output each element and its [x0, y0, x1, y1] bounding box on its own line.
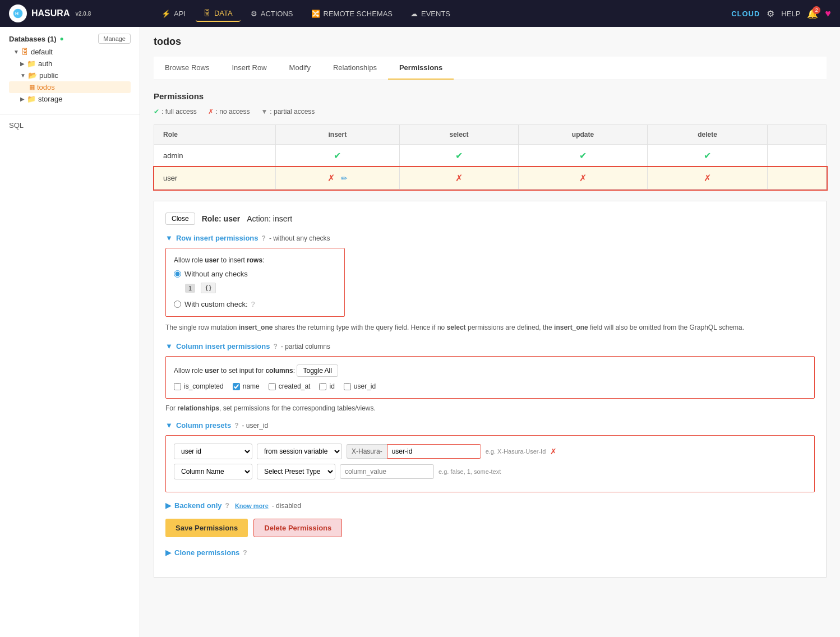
arrow-down-icon: ▼	[20, 72, 26, 79]
table-icon: ▦	[29, 84, 35, 91]
tab-permissions[interactable]: Permissions	[388, 57, 454, 80]
arrow-right-icon: ▶	[165, 501, 171, 510]
checkbox-user-id[interactable]: user_id	[344, 382, 376, 390]
sidebar-item-storage[interactable]: ▶ 📁 storage	[9, 93, 131, 105]
know-more-link[interactable]: Know more	[235, 502, 269, 509]
sidebar-item-default[interactable]: ▼ 🗄 default	[9, 46, 131, 58]
cloud-label[interactable]: CLOUD	[731, 10, 760, 18]
x-hasura-input-1[interactable]	[387, 444, 481, 459]
notification-badge: 2	[813, 6, 820, 14]
help-icon[interactable]: ?	[225, 502, 229, 510]
table-row-user: user ✗ ✏ ✗ ✗ ✗	[154, 167, 827, 190]
preset-column-select-2[interactable]: Column Name	[174, 464, 252, 479]
nav-remote-schemas[interactable]: 🔀 REMOTE SCHEMAS	[303, 6, 401, 22]
toggle-all-button[interactable]: Toggle All	[297, 364, 338, 377]
column-insert-header[interactable]: ▼ Column insert permissions ? - partial …	[165, 342, 815, 350]
permissions-section-title: Permissions	[154, 91, 827, 101]
name-checkbox[interactable]	[233, 383, 240, 390]
permissions-legend: ✔ : full access ✗ : no access ▼ : partia…	[154, 108, 827, 116]
radio-custom-check[interactable]: With custom check: ?	[174, 300, 336, 308]
user-name: user	[205, 367, 219, 375]
radio-custom-check-input[interactable]	[174, 301, 181, 308]
tab-browse-rows[interactable]: Browse Rows	[154, 57, 220, 80]
backend-only-header[interactable]: ▶ Backend only ? Know more - disabled	[165, 501, 815, 510]
filter-icon: ▼	[261, 108, 267, 116]
id-label: id	[329, 382, 334, 390]
legend-partial-access: ▼ : partial access	[261, 108, 315, 116]
notifications-icon[interactable]: 🔔 2	[807, 8, 818, 19]
sidebar-item-auth[interactable]: ▶ 📁 auth	[9, 58, 131, 70]
cross-icon: ✗	[704, 173, 711, 183]
clone-header[interactable]: ▶ Clone permissions ?	[165, 548, 815, 557]
sidebar-item-public[interactable]: ▼ 📂 public	[9, 70, 131, 81]
sidebar-sql[interactable]: SQL	[0, 114, 140, 136]
nav-api[interactable]: ⚡ API	[154, 6, 193, 22]
user-id-checkbox[interactable]	[344, 383, 351, 390]
close-button[interactable]: Close	[165, 213, 195, 225]
relationships-info: For relationships, set permissions for t…	[165, 404, 815, 412]
id-checkbox[interactable]	[319, 383, 326, 390]
admin-insert: ✔	[275, 145, 399, 167]
preset-value-input-2[interactable]	[340, 464, 434, 479]
tab-relationships[interactable]: Relationships	[322, 57, 388, 80]
column-presets-header[interactable]: ▼ Column presets ? - user_id	[165, 421, 815, 430]
preset-delete-icon-1[interactable]: ✗	[550, 447, 557, 456]
cross-icon: ✗	[579, 173, 587, 183]
created-at-checkbox[interactable]	[269, 383, 276, 390]
created-at-label: created_at	[279, 382, 311, 390]
clone-title: Clone permissions	[174, 548, 239, 557]
checkbox-name[interactable]: name	[233, 382, 260, 390]
manage-button[interactable]: Manage	[98, 34, 131, 44]
save-permissions-button[interactable]: Save Permissions	[165, 519, 248, 537]
role-admin: admin	[154, 145, 276, 167]
nav-events[interactable]: ☁ EVENTS	[403, 6, 458, 22]
settings-icon[interactable]: ⚙	[767, 8, 774, 19]
sidebar-item-todos[interactable]: ▦ todos	[9, 81, 131, 93]
is-completed-checkbox[interactable]	[174, 383, 181, 390]
checkbox-is-completed[interactable]: is_completed	[174, 382, 224, 390]
main-inner: todos Browse Rows Insert Row Modify Rela…	[140, 27, 840, 598]
tab-insert-row[interactable]: Insert Row	[220, 57, 278, 80]
custom-check-help-icon[interactable]: ?	[251, 301, 255, 308]
folder-icon: 📁	[27, 59, 36, 68]
help-icon[interactable]: ?	[262, 234, 266, 242]
preset-type-select-2[interactable]: Select Preset Type	[257, 464, 335, 479]
folder-open-icon: 📂	[28, 71, 37, 80]
nav-actions[interactable]: ⚙ ACTIONS	[243, 6, 301, 22]
preset-type-select-1[interactable]: from session variable	[257, 444, 342, 459]
heart-icon[interactable]: ♥	[825, 8, 831, 20]
permission-panel-header: Close Role: user Action: insert	[165, 213, 815, 225]
radio-without-checks-label: Without any checks	[184, 270, 248, 278]
row-insert-header[interactable]: ▼ Row insert permissions ? - without any…	[165, 234, 815, 242]
radio-without-checks-input[interactable]	[174, 270, 181, 278]
column-insert-section: ▼ Column insert permissions ? - partial …	[165, 342, 815, 412]
delete-permissions-button[interactable]: Delete Permissions	[253, 519, 342, 537]
permissions-table: Role insert select update delete admin ✔	[154, 124, 827, 190]
tab-modify[interactable]: Modify	[278, 57, 322, 80]
info-text: The single row mutation insert_one share…	[165, 322, 815, 333]
action-buttons: Save Permissions Delete Permissions	[165, 519, 815, 537]
preset-example-2: e.g. false, 1, some-text	[439, 468, 501, 475]
preset-column-select-1[interactable]: user id	[174, 444, 252, 459]
checkmark-icon: ✔	[455, 151, 463, 160]
user-name: user	[205, 256, 219, 264]
permission-panel: Close Role: user Action: insert ▼ Row in…	[154, 201, 827, 578]
help-label[interactable]: HELP	[781, 10, 800, 18]
column-perm-label: Allow role user to set input for columns…	[174, 364, 806, 377]
role-label: Role: user	[202, 214, 240, 223]
col-select: select	[399, 125, 519, 145]
help-icon[interactable]: ?	[243, 549, 247, 557]
radio-without-checks[interactable]: Without any checks	[174, 270, 336, 278]
sidebar-db-title: Databases (1) ●	[9, 35, 64, 43]
user-delete: ✗	[647, 167, 768, 190]
events-icon: ☁	[410, 10, 418, 18]
edit-icon[interactable]: ✏	[341, 174, 348, 183]
checkbox-created-at[interactable]: created_at	[269, 382, 311, 390]
checkbox-id[interactable]: id	[319, 382, 334, 390]
backend-only-title: Backend only	[174, 501, 222, 510]
nav-data[interactable]: 🗄 DATA	[196, 6, 241, 22]
allow-label: Allow role user to insert rows:	[174, 256, 336, 264]
arrow-right-icon: ▶	[20, 61, 25, 67]
help-icon[interactable]: ?	[234, 422, 238, 430]
help-icon[interactable]: ?	[273, 343, 277, 350]
